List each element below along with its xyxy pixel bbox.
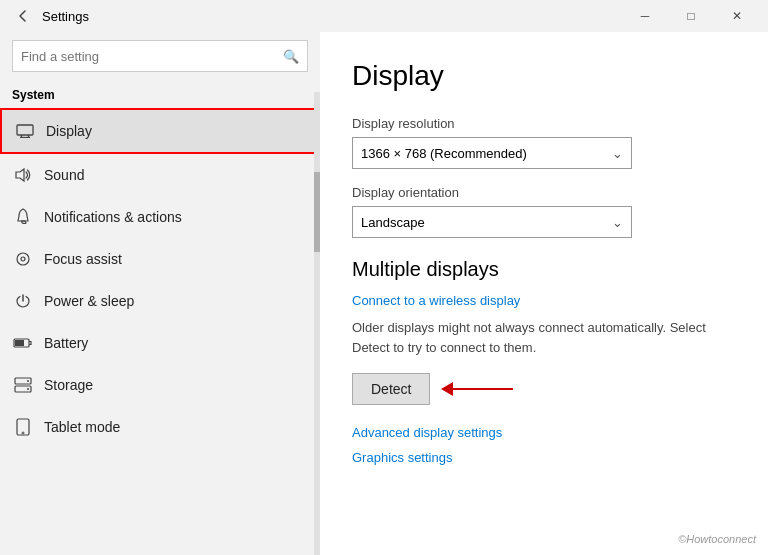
battery-icon <box>12 332 34 354</box>
main-content: Display Display resolution 1366 × 768 (R… <box>320 32 768 555</box>
detect-button[interactable]: Detect <box>352 373 430 405</box>
resolution-value: 1366 × 768 (Recommended) <box>361 146 527 161</box>
window-title: Settings <box>38 9 622 24</box>
orientation-label: Display orientation <box>352 185 736 200</box>
display-icon <box>14 120 36 142</box>
sidebar-item-display[interactable]: Display <box>0 108 320 154</box>
page-title: Display <box>352 60 736 92</box>
detect-description: Older displays might not always connect … <box>352 318 736 357</box>
sidebar-item-power[interactable]: Power & sleep <box>0 280 320 322</box>
app-body: 🔍 System Display <box>0 32 768 555</box>
graphics-settings-link[interactable]: Graphics settings <box>352 450 736 465</box>
minimize-button[interactable]: ─ <box>622 0 668 32</box>
sidebar-item-storage[interactable]: Storage <box>0 364 320 406</box>
maximize-button[interactable]: □ <box>668 0 714 32</box>
sidebar-item-battery-label: Battery <box>44 335 88 351</box>
titlebar: Settings ─ □ ✕ <box>0 0 768 32</box>
detect-section: Detect <box>352 373 736 405</box>
arrow-line <box>453 388 513 390</box>
sidebar-item-tablet[interactable]: Tablet mode <box>0 406 320 448</box>
focus-icon <box>12 248 34 270</box>
sidebar-item-sound[interactable]: Sound <box>0 154 320 196</box>
sidebar-item-notifications-label: Notifications & actions <box>44 209 182 225</box>
close-button[interactable]: ✕ <box>714 0 760 32</box>
sidebar: 🔍 System Display <box>0 32 320 555</box>
sidebar-section-label: System <box>0 84 320 108</box>
storage-icon <box>12 374 34 396</box>
power-icon <box>12 290 34 312</box>
svg-rect-9 <box>15 340 24 346</box>
resolution-label: Display resolution <box>352 116 736 131</box>
svg-point-6 <box>17 253 29 265</box>
resolution-dropdown[interactable]: 1366 × 768 (Recommended) ⌄ <box>352 137 632 169</box>
sidebar-item-focus[interactable]: Focus assist <box>0 238 320 280</box>
sidebar-item-battery[interactable]: Battery <box>0 322 320 364</box>
sidebar-item-storage-label: Storage <box>44 377 93 393</box>
search-input[interactable] <box>21 49 283 64</box>
orientation-dropdown-arrow: ⌄ <box>612 215 623 230</box>
sidebar-item-focus-label: Focus assist <box>44 251 122 267</box>
svg-point-13 <box>27 388 29 390</box>
notifications-icon <box>12 206 34 228</box>
advanced-display-link[interactable]: Advanced display settings <box>352 425 736 440</box>
sidebar-scroll: Display Sound <box>0 108 320 555</box>
resolution-dropdown-arrow: ⌄ <box>612 146 623 161</box>
back-button[interactable] <box>8 1 38 31</box>
arrow-indicator <box>442 382 513 396</box>
back-icon <box>16 9 30 23</box>
sidebar-item-sound-label: Sound <box>44 167 84 183</box>
sidebar-item-power-label: Power & sleep <box>44 293 134 309</box>
window-controls: ─ □ ✕ <box>622 0 760 32</box>
svg-rect-14 <box>17 419 29 435</box>
svg-rect-0 <box>17 125 33 135</box>
search-box[interactable]: 🔍 <box>12 40 308 72</box>
svg-marker-4 <box>16 169 24 181</box>
sound-icon <box>12 164 34 186</box>
watermark: ©Howtoconnect <box>678 533 756 545</box>
sidebar-item-notifications[interactable]: Notifications & actions <box>0 196 320 238</box>
svg-point-7 <box>21 257 25 261</box>
wireless-display-link[interactable]: Connect to a wireless display <box>352 293 736 308</box>
arrow-head <box>441 382 453 396</box>
multiple-displays-heading: Multiple displays <box>352 258 736 281</box>
sidebar-item-tablet-label: Tablet mode <box>44 419 120 435</box>
orientation-dropdown[interactable]: Landscape ⌄ <box>352 206 632 238</box>
svg-point-12 <box>27 380 29 382</box>
svg-point-15 <box>22 432 24 434</box>
tablet-icon <box>12 416 34 438</box>
sidebar-item-display-label: Display <box>46 123 92 139</box>
search-icon: 🔍 <box>283 49 299 64</box>
orientation-value: Landscape <box>361 215 425 230</box>
